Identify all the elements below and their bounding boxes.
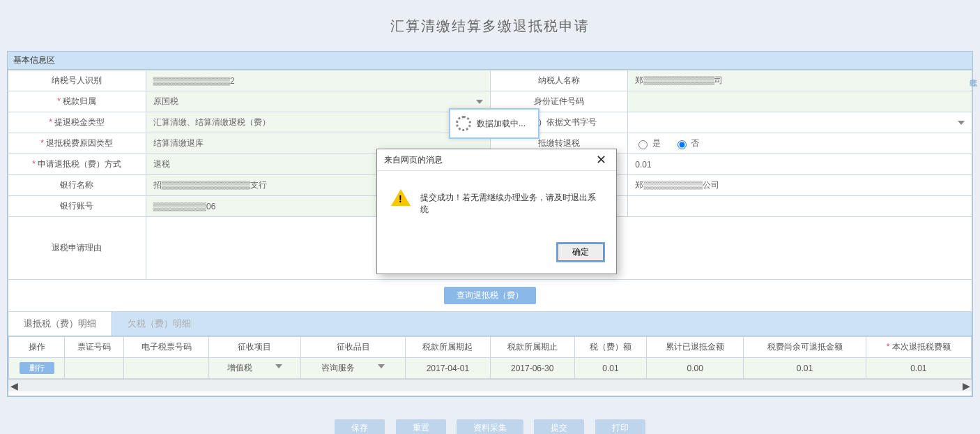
chevron-down-icon <box>476 100 483 104</box>
cell-refunded: 0.00 <box>647 358 744 379</box>
col-levy-prod: 征收品目 <box>300 337 405 358</box>
dialog-message: 提交成功！若无需继续办理业务，请及时退出系统 <box>420 192 602 216</box>
value-account-name: 郑▒▒▒▒▒▒▒▒▒▒公司 <box>628 175 972 196</box>
print-button[interactable]: 打印 <box>595 419 645 434</box>
col-levy-item: 征收项目 <box>208 337 300 358</box>
page-title: 汇算清缴结算多缴退抵税申请 <box>7 4 973 51</box>
collect-button[interactable]: 资料采集 <box>457 419 523 434</box>
query-refund-button[interactable]: 查询退抵税（费） <box>444 287 536 304</box>
radio-turn-refund: 是 否 <box>628 133 972 154</box>
scroll-right-icon[interactable]: ▶ <box>960 380 972 391</box>
loading-indicator: 数据加载中... <box>449 108 539 139</box>
label-tax-attr: 税款归属 <box>57 96 96 106</box>
label-bank-name: 银行名称 <box>8 175 146 196</box>
col-etax-no: 电子税票号码 <box>124 337 208 358</box>
col-refunded: 累计已退抵金额 <box>647 337 744 358</box>
label-taxpayer-id: 纳税号人识别 <box>8 70 146 91</box>
value-apply-amount: 0.01 <box>628 154 972 175</box>
col-tax-amt: 税（费）额 <box>574 337 646 358</box>
basic-info-header: 基本信息区 <box>8 52 972 70</box>
scroll-left-icon[interactable]: ◀ <box>8 380 20 391</box>
cell-this-refund[interactable]: 0.01 <box>866 358 971 379</box>
label-taxpayer-name: 纳税人名称 <box>490 70 628 91</box>
value-id-card[interactable] <box>628 91 972 112</box>
warning-icon <box>391 189 411 206</box>
close-icon[interactable]: ✕ <box>593 154 609 166</box>
col-remaining: 税费尚余可退抵金额 <box>744 337 866 358</box>
cell-period-to: 2017-06-30 <box>490 358 574 379</box>
value-taxpayer-id: ▒▒▒▒▒▒▒▒▒▒▒▒▒2 <box>146 70 490 91</box>
horizontal-scrollbar[interactable]: ◀ ▶ <box>8 379 972 391</box>
label-apply-method: 申请退抵税（费）方式 <box>32 159 121 169</box>
cell-levy-prod[interactable]: 咨询服务 <box>300 358 405 379</box>
label-bank-acct: 银行账号 <box>8 196 146 217</box>
delete-row-button[interactable]: 删行 <box>20 362 54 374</box>
cell-remaining: 0.01 <box>744 358 866 379</box>
chevron-down-icon <box>378 364 385 368</box>
detail-table: 操作 票证号码 电子税票号码 征收项目 征收品目 税款所属期起 税款所属期止 税… <box>8 336 972 379</box>
chevron-down-icon <box>958 121 965 125</box>
side-helper[interactable]: 在线客 <box>967 70 980 75</box>
radio-yes[interactable]: 是 <box>635 138 660 148</box>
cell-etax-no[interactable] <box>124 358 208 379</box>
dialog-title: 来自网页的消息 <box>384 154 443 166</box>
loading-text: 数据加载中... <box>477 118 526 130</box>
footer-toolbar: 保存 重置 资料采集 提交 打印 <box>7 403 973 434</box>
detail-panel: 操作 票证号码 电子税票号码 征收项目 征收品目 税款所属期起 税款所属期止 税… <box>8 336 972 396</box>
tab-refund-detail[interactable]: 退抵税（费）明细 <box>8 312 112 336</box>
scroll-track[interactable] <box>20 381 960 391</box>
cell-period-from: 2017-04-01 <box>406 358 490 379</box>
message-dialog: 来自网页的消息 ✕ 提交成功！若无需继续办理业务，请及时退出系统 确定 <box>376 149 617 274</box>
radio-no[interactable]: 否 <box>674 138 699 148</box>
col-op: 操作 <box>9 337 65 358</box>
select-tax-attr[interactable]: 原国税 <box>146 91 490 112</box>
spinner-icon <box>456 116 471 131</box>
label-apply-reason: 退税申请理由 <box>8 217 146 280</box>
col-cert-no: 票证号码 <box>65 337 124 358</box>
label-refund-type: 提退税金类型 <box>49 117 105 127</box>
label-reason-type: 退抵税费原因类型 <box>40 138 113 148</box>
select-doc-no[interactable] <box>628 112 972 133</box>
tab-owed-detail[interactable]: 欠税（费）明细 <box>112 312 206 336</box>
chevron-down-icon <box>275 364 282 368</box>
reset-button[interactable]: 重置 <box>396 419 446 434</box>
submit-button[interactable]: 提交 <box>534 419 584 434</box>
detail-tabs: 退抵税（费）明细 欠税（费）明细 <box>8 312 972 336</box>
save-button[interactable]: 保存 <box>335 419 385 434</box>
cell-levy-item[interactable]: 增值税 <box>208 358 300 379</box>
cell-cert-no[interactable] <box>65 358 124 379</box>
value-taxpayer-name: 郑▒▒▒▒▒▒▒▒▒▒▒▒司 <box>628 70 972 91</box>
table-row: 删行 增值税 咨询服务 2017-04-01 2017-06-30 0.01 0… <box>9 358 972 379</box>
value-blank <box>628 196 972 217</box>
query-bar: 查询退抵税（费） <box>8 280 972 312</box>
col-period-from: 税款所属期起 <box>406 337 490 358</box>
select-refund-type[interactable]: 汇算清缴、结算清缴退税（费） <box>146 112 490 133</box>
dialog-ok-button[interactable]: 确定 <box>558 244 604 261</box>
col-period-to: 税款所属期止 <box>490 337 574 358</box>
col-this-refund: 本次退抵税费额 <box>887 342 951 352</box>
cell-tax-amt: 0.01 <box>574 358 646 379</box>
